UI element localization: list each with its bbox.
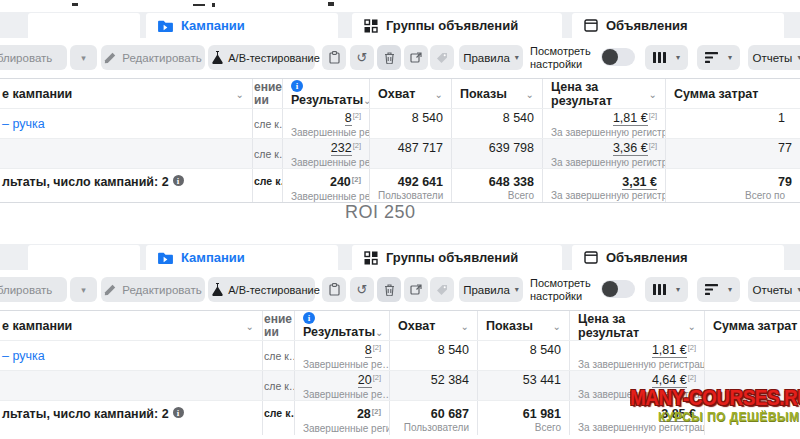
spent-label: Всего по [745, 190, 800, 202]
results-label: Завершенные реги… [291, 191, 361, 202]
table-row: – ручка сле к… 8[2]Завершенные ре… 8 540… [0, 109, 800, 139]
tab-ad-groups[interactable]: Группы объявлений [352, 13, 562, 38]
tab-ads[interactable]: Объявления [572, 245, 784, 270]
breakdown-button[interactable] [697, 45, 740, 70]
attribution-cell: сле к… [263, 371, 295, 400]
sort-caret-icon[interactable] [435, 87, 443, 101]
undo-button[interactable] [350, 45, 374, 70]
impressions-label: Всего [486, 422, 561, 434]
tag-button[interactable] [430, 45, 454, 70]
clipboard-button[interactable] [322, 277, 346, 302]
sort-caret-icon[interactable] [553, 319, 561, 333]
tab-campaigns[interactable]: Кампании [146, 245, 338, 270]
flask-icon [212, 283, 223, 296]
view-settings-line1: Посмотреть [530, 45, 591, 58]
header-cost-per-result[interactable]: Цена за результат [570, 311, 705, 340]
header-reach[interactable]: Охват [390, 311, 478, 340]
breakdown-button[interactable] [697, 277, 740, 302]
sort-caret-icon[interactable] [526, 87, 534, 101]
header-reach[interactable]: Охват [370, 79, 452, 108]
reports-button[interactable]: Отчеты [748, 277, 800, 302]
export-icon [410, 284, 422, 295]
ads-frame-icon [584, 19, 598, 32]
columns-button[interactable] [645, 45, 688, 70]
roi-caption: ROI 250 [345, 202, 416, 223]
header-campaign-name[interactable]: е кампании [0, 79, 253, 108]
sort-caret-icon[interactable] [236, 87, 244, 101]
view-settings-link[interactable]: Посмотреть настройки [530, 277, 591, 303]
clipboard-button[interactable] [322, 45, 346, 70]
ab-test-button[interactable]: A/B-тестирование [217, 277, 315, 302]
ab-test-label: A/B-тестирование [228, 284, 320, 296]
header-impressions[interactable]: Показы [452, 79, 543, 108]
summary-name-cell: льтаты, число кампаний: 2 [0, 401, 263, 435]
tag-button[interactable] [430, 277, 454, 302]
results-total: 240 [330, 175, 351, 189]
reports-button[interactable]: Отчеты [748, 45, 800, 70]
header-amount-spent[interactable]: Сумма затрат [666, 79, 800, 108]
results-cell: 8[2]Завершенные ре… [283, 109, 370, 138]
header-amount-spent[interactable]: Сумма затрат [705, 311, 800, 340]
sort-caret-icon[interactable] [461, 319, 469, 333]
tab-stub[interactable] [28, 245, 140, 270]
info-icon[interactable] [173, 175, 184, 186]
duplicate-caret-button[interactable] [70, 277, 97, 302]
impressions-total: 648 338 [460, 175, 534, 190]
header-results[interactable]: Результаты [283, 79, 370, 108]
sort-caret-icon[interactable] [688, 319, 696, 333]
rules-button[interactable]: Правила [459, 45, 523, 70]
sort-caret-icon[interactable] [649, 87, 657, 101]
results-value: 232 [331, 141, 352, 156]
duplicate-button[interactable]: Дублировать [0, 45, 67, 70]
info-icon[interactable] [303, 312, 315, 324]
header-campaign-name[interactable]: е кампании [0, 311, 263, 340]
duplicate-button[interactable]: Дублировать [0, 277, 67, 302]
info-icon[interactable] [291, 80, 303, 92]
reach-value: 8 540 [378, 111, 443, 126]
chart-toggle[interactable] [601, 48, 635, 66]
export-button[interactable] [404, 45, 428, 70]
header-cost-per-result[interactable]: Цена за результат [543, 79, 666, 108]
impressions-cell: 8 540 [478, 341, 570, 370]
tab-campaigns[interactable]: Кампании [146, 13, 338, 38]
export-button[interactable] [404, 277, 428, 302]
reach-label: Пользователи [398, 422, 469, 434]
header-attr-line1: ение [264, 313, 292, 326]
sort-caret-icon[interactable] [375, 325, 383, 339]
toggle-knob [602, 281, 618, 297]
campaign-name-cell: – ручка [0, 341, 263, 370]
delete-button[interactable] [377, 277, 401, 302]
header-results[interactable]: Результаты [295, 311, 390, 340]
campaign-name-cell [0, 371, 263, 400]
rules-button[interactable]: Правила [459, 277, 523, 302]
edit-button[interactable]: Редактировать [101, 45, 205, 70]
tab-stub[interactable] [28, 13, 140, 38]
impressions-value: 53 441 [486, 373, 561, 388]
tag-icon [436, 52, 448, 64]
ab-test-button[interactable]: A/B-тестирование [217, 45, 315, 70]
edit-button[interactable]: Редактировать [101, 277, 205, 302]
undo-button[interactable] [350, 277, 374, 302]
header-attribution[interactable]: ениеии [253, 79, 283, 108]
delete-button[interactable] [377, 45, 401, 70]
view-settings-link[interactable]: Посмотреть настройки [530, 45, 591, 71]
results-value: 8 [365, 343, 372, 358]
campaign-name-link[interactable]: – ручка [2, 117, 45, 131]
impressions-value: 8 540 [486, 343, 561, 358]
columns-button[interactable] [645, 277, 688, 302]
sort-caret-icon[interactable] [246, 319, 254, 333]
header-impressions[interactable]: Показы [478, 311, 570, 340]
header-attribution[interactable]: ениеии [263, 311, 295, 340]
view-settings-line2: настройки [530, 290, 591, 303]
duplicate-caret-button[interactable] [70, 45, 97, 70]
tab-ads[interactable]: Объявления [572, 13, 784, 38]
tab-ad-groups[interactable]: Группы объявлений [352, 245, 562, 270]
ads-manager-panel-top: Кампании Группы объявлений Объявления Ду… [0, 12, 800, 203]
trash-icon [384, 284, 395, 296]
campaign-name-link[interactable]: – ручка [2, 349, 45, 363]
results-label: Завершенные ре… [303, 359, 381, 370]
chart-toggle[interactable] [601, 280, 635, 298]
sort-caret-icon[interactable] [363, 93, 370, 107]
info-icon[interactable] [173, 407, 184, 418]
table-row: сле к… 232[2]Завершенные ре… 487 717 639… [0, 139, 800, 169]
